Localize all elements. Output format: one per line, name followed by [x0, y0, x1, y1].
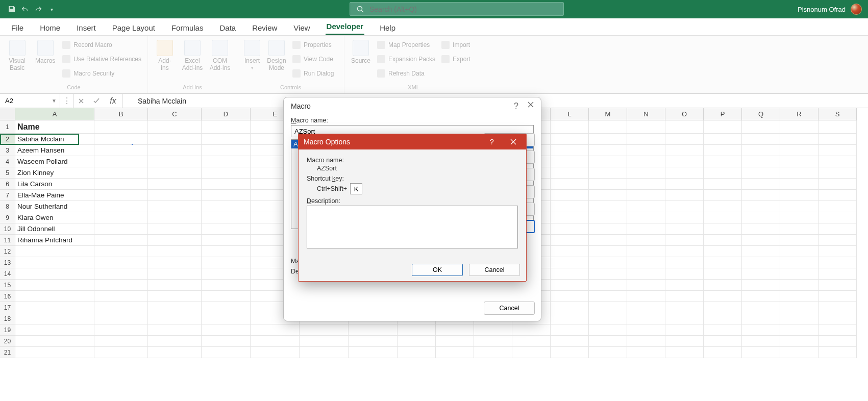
cell[interactable] — [704, 246, 742, 257]
macro-dialog-titlebar[interactable]: Macro ? — [284, 97, 541, 115]
cell[interactable] — [202, 324, 251, 336]
row-header[interactable]: 14 — [0, 268, 15, 280]
tab-data[interactable]: Data — [218, 20, 237, 35]
avatar[interactable] — [851, 4, 862, 15]
cell[interactable] — [819, 145, 857, 156]
cell[interactable] — [819, 167, 857, 179]
cell[interactable] — [148, 257, 202, 268]
cell[interactable] — [704, 201, 742, 212]
cell[interactable] — [627, 223, 665, 235]
row-header[interactable]: 7 — [0, 190, 15, 201]
cell[interactable] — [94, 235, 148, 246]
cell[interactable] — [780, 167, 819, 179]
cell[interactable] — [627, 336, 665, 347]
cell[interactable] — [202, 156, 251, 167]
cell[interactable] — [94, 223, 148, 235]
cell[interactable] — [148, 179, 202, 190]
cell[interactable] — [780, 134, 819, 145]
cell[interactable] — [589, 246, 627, 257]
cell[interactable] — [819, 268, 857, 280]
cell[interactable] — [704, 145, 742, 156]
cell[interactable] — [704, 324, 742, 336]
cell[interactable] — [589, 212, 627, 223]
cell[interactable] — [94, 145, 148, 156]
cell[interactable] — [742, 313, 780, 324]
row-header[interactable]: 16 — [0, 291, 15, 302]
cell[interactable] — [742, 145, 780, 156]
redo-icon[interactable] — [34, 5, 43, 14]
design-mode-button[interactable]: Design Mode — [265, 39, 288, 71]
row-header[interactable]: 8 — [0, 201, 15, 212]
cell[interactable] — [551, 223, 589, 235]
cell[interactable] — [148, 246, 202, 257]
cell[interactable] — [704, 313, 742, 324]
tab-formulas[interactable]: Formulas — [170, 20, 205, 35]
cell[interactable] — [819, 156, 857, 167]
row-header[interactable]: 19 — [0, 324, 15, 336]
import-button[interactable]: Import — [439, 39, 473, 51]
cell[interactable]: Waseem Pollard — [15, 156, 94, 167]
macro-dialog-cancel-button[interactable]: Cancel — [484, 302, 535, 315]
cell[interactable] — [742, 120, 780, 134]
undo-icon[interactable] — [20, 5, 30, 14]
cell[interactable] — [148, 235, 202, 246]
macro-options-titlebar[interactable]: Macro Options ? — [299, 134, 526, 149]
cell[interactable] — [202, 145, 251, 156]
cell[interactable] — [665, 134, 704, 145]
cell[interactable] — [589, 120, 627, 134]
cell[interactable] — [148, 134, 202, 145]
cell[interactable] — [704, 268, 742, 280]
cell[interactable] — [148, 145, 202, 156]
row-header[interactable]: 11 — [0, 235, 15, 246]
cell[interactable] — [742, 201, 780, 212]
column-header[interactable]: S — [819, 108, 857, 120]
cell[interactable] — [94, 156, 148, 167]
column-header[interactable]: R — [780, 108, 819, 120]
cell[interactable] — [627, 268, 665, 280]
cell[interactable] — [436, 347, 474, 358]
cell[interactable] — [589, 145, 627, 156]
cell[interactable] — [15, 257, 94, 268]
cell[interactable] — [780, 156, 819, 167]
cell[interactable] — [627, 280, 665, 291]
cell[interactable]: Nour Sutherland — [15, 201, 94, 212]
cell[interactable] — [704, 212, 742, 223]
qat-customize-icon[interactable]: ▾ — [47, 5, 56, 14]
column-header[interactable]: D — [202, 108, 251, 120]
row-header[interactable]: 17 — [0, 302, 15, 313]
cell[interactable] — [742, 246, 780, 257]
fx-icon[interactable]: fx — [104, 94, 122, 108]
cell[interactable] — [665, 280, 704, 291]
cell[interactable] — [551, 120, 589, 134]
cell[interactable] — [148, 268, 202, 280]
cell[interactable] — [780, 313, 819, 324]
help-icon[interactable]: ? — [514, 102, 518, 111]
cell[interactable] — [300, 347, 349, 358]
enter-formula-icon[interactable] — [89, 94, 104, 108]
column-header[interactable]: N — [627, 108, 665, 120]
cell[interactable] — [627, 145, 665, 156]
cell[interactable] — [15, 313, 94, 324]
cell[interactable] — [94, 313, 148, 324]
cell[interactable] — [665, 120, 704, 134]
cell[interactable] — [704, 156, 742, 167]
cell[interactable] — [742, 324, 780, 336]
cell[interactable] — [780, 324, 819, 336]
row-header[interactable]: 1 — [0, 120, 15, 134]
tab-review[interactable]: Review — [251, 20, 278, 35]
cell[interactable] — [780, 145, 819, 156]
use-relative-button[interactable]: Use Relative References — [60, 53, 143, 65]
cell[interactable] — [551, 201, 589, 212]
mo-cancel-button[interactable]: Cancel — [469, 264, 520, 276]
cell[interactable] — [627, 120, 665, 134]
cell[interactable] — [627, 347, 665, 358]
excel-addins-button[interactable]: Excel Add-ins — [180, 39, 205, 71]
record-macro-button[interactable]: Record Macro — [60, 39, 143, 51]
cell[interactable] — [665, 324, 704, 336]
cell[interactable] — [551, 336, 589, 347]
cell[interactable] — [251, 347, 300, 358]
cell[interactable] — [819, 313, 857, 324]
cell[interactable] — [300, 324, 349, 336]
row-header[interactable]: 2 — [0, 134, 15, 145]
cell[interactable] — [551, 179, 589, 190]
